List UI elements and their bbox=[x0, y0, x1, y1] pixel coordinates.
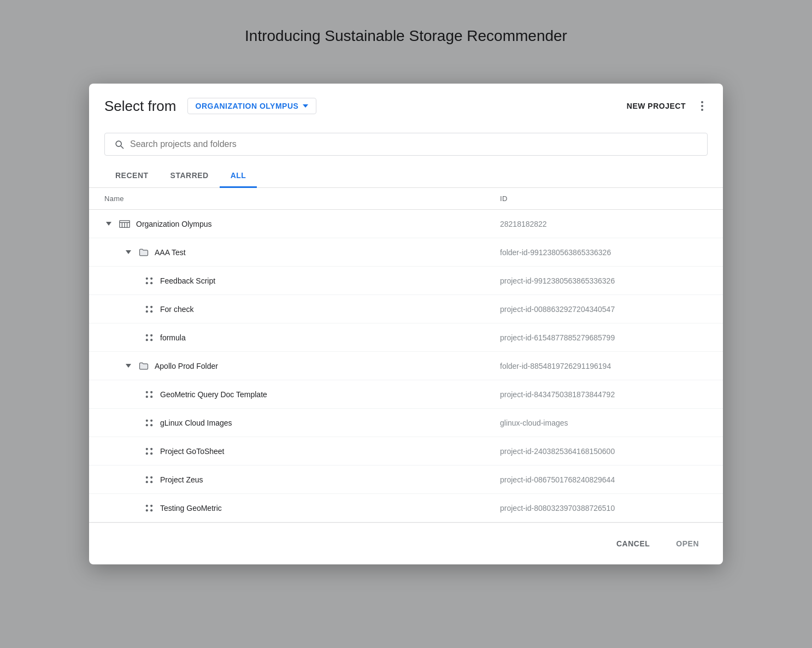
org-dropdown-label: ORGANIZATION OLYMPUS bbox=[196, 102, 299, 110]
column-id-header: ID bbox=[500, 195, 708, 203]
table-row[interactable]: For check project-id-0088632927204340547 bbox=[89, 295, 723, 323]
row-name-label: Testing GeoMetric bbox=[160, 504, 222, 512]
modal-backdrop: Select from ORGANIZATION OLYMPUS NEW PRO… bbox=[0, 0, 812, 648]
row-id-cell: 28218182822 bbox=[500, 220, 708, 228]
expand-icon bbox=[104, 220, 113, 228]
row-id-cell: project-id-2403825364168150600 bbox=[500, 447, 708, 456]
svg-point-11 bbox=[146, 310, 148, 313]
row-name-cell: Apollo Prod Folder bbox=[104, 361, 500, 372]
table-row[interactable]: formula project-id-6154877885279685799 bbox=[89, 323, 723, 352]
search-container bbox=[89, 126, 723, 164]
chevron-down-icon bbox=[303, 104, 308, 108]
project-icon bbox=[144, 446, 155, 457]
row-id-cell: project-id-8434750381873844792 bbox=[500, 390, 708, 399]
column-name-header: Name bbox=[104, 195, 500, 203]
svg-point-18 bbox=[150, 391, 152, 393]
svg-point-14 bbox=[150, 334, 152, 336]
open-button[interactable]: OPEN bbox=[667, 534, 708, 553]
table-row[interactable]: Feedback Script project-id-9912380563865… bbox=[89, 267, 723, 295]
table-row[interactable]: Testing GeoMetric project-id-80803239703… bbox=[89, 494, 723, 522]
new-project-button[interactable]: NEW PROJECT bbox=[620, 97, 692, 115]
svg-point-30 bbox=[150, 476, 152, 478]
table-row[interactable]: Apollo Prod Folder folder-id-88548197262… bbox=[89, 352, 723, 380]
project-icon bbox=[144, 503, 155, 514]
row-name-label: For check bbox=[160, 305, 193, 314]
svg-point-34 bbox=[150, 504, 152, 506]
row-id-cell: glinux-cloud-images bbox=[500, 419, 708, 427]
table-row[interactable]: Organization Olympus 28218182822 bbox=[89, 210, 723, 238]
svg-point-6 bbox=[150, 277, 152, 279]
svg-point-15 bbox=[146, 339, 148, 341]
svg-point-29 bbox=[146, 476, 148, 478]
row-id-cell: project-id-6154877885279685799 bbox=[500, 333, 708, 342]
org-dropdown[interactable]: ORGANIZATION OLYMPUS bbox=[187, 98, 317, 114]
svg-point-8 bbox=[150, 282, 152, 284]
row-name-label: GeoMetric Query Doc Template bbox=[160, 390, 267, 399]
dialog-header: Select from ORGANIZATION OLYMPUS NEW PRO… bbox=[89, 84, 723, 126]
row-name-label: formula bbox=[160, 333, 186, 342]
svg-point-7 bbox=[146, 282, 148, 284]
row-id-cell: project-id-9912380563865336326 bbox=[500, 276, 708, 285]
table-row[interactable]: GeoMetric Query Doc Template project-id-… bbox=[89, 380, 723, 409]
dialog-footer: CANCEL OPEN bbox=[89, 522, 723, 564]
svg-point-9 bbox=[146, 305, 148, 308]
tab-starred[interactable]: STARRED bbox=[160, 164, 220, 188]
project-icon bbox=[144, 474, 155, 485]
row-name-cell: Project GoToSheet bbox=[104, 446, 500, 457]
project-icon bbox=[144, 417, 155, 428]
row-name-cell: Feedback Script bbox=[104, 275, 500, 286]
svg-point-25 bbox=[146, 447, 148, 450]
search-icon bbox=[114, 139, 125, 150]
row-name-cell: gLinux Cloud Images bbox=[104, 417, 500, 428]
expand-icon bbox=[124, 248, 133, 257]
svg-point-20 bbox=[150, 396, 152, 398]
row-id-cell: project-id-0088632927204340547 bbox=[500, 305, 708, 314]
svg-point-26 bbox=[150, 447, 152, 450]
tab-all[interactable]: ALL bbox=[220, 164, 257, 188]
row-name-label: Feedback Script bbox=[160, 276, 215, 285]
row-id-cell: folder-id-9912380563865336326 bbox=[500, 248, 708, 257]
row-name-cell: formula bbox=[104, 332, 500, 343]
table-row[interactable]: Project Zeus project-id-0867501768240829… bbox=[89, 466, 723, 494]
row-name-label: Project GoToSheet bbox=[160, 447, 225, 456]
svg-point-13 bbox=[146, 334, 148, 336]
svg-point-24 bbox=[150, 424, 152, 426]
row-name-cell: GeoMetric Query Doc Template bbox=[104, 389, 500, 400]
projects-table: Name ID Organization Olympus bbox=[89, 188, 723, 522]
svg-point-36 bbox=[150, 509, 152, 511]
row-name-cell: AAA Test bbox=[104, 247, 500, 258]
row-name-label: Apollo Prod Folder bbox=[155, 362, 218, 370]
svg-point-28 bbox=[150, 452, 152, 455]
cancel-button[interactable]: CANCEL bbox=[608, 534, 658, 553]
project-icon bbox=[144, 304, 155, 315]
svg-point-35 bbox=[146, 509, 148, 511]
svg-point-32 bbox=[150, 481, 152, 483]
row-name-cell: Project Zeus bbox=[104, 474, 500, 485]
svg-point-10 bbox=[150, 305, 152, 308]
select-from-label: Select from bbox=[104, 98, 176, 115]
row-id-cell: project-id-8080323970388726510 bbox=[500, 504, 708, 512]
tab-recent[interactable]: RECENT bbox=[104, 164, 160, 188]
table-header-row: Name ID bbox=[89, 188, 723, 210]
select-project-dialog: Select from ORGANIZATION OLYMPUS NEW PRO… bbox=[89, 84, 723, 564]
svg-point-21 bbox=[146, 419, 148, 421]
tabs-bar: RECENT STARRED ALL bbox=[89, 164, 723, 188]
svg-point-33 bbox=[146, 504, 148, 506]
table-row[interactable]: Project GoToSheet project-id-24038253641… bbox=[89, 437, 723, 466]
organization-icon bbox=[119, 218, 131, 230]
search-box bbox=[104, 133, 708, 156]
svg-point-23 bbox=[146, 424, 148, 426]
folder-icon bbox=[138, 361, 149, 372]
project-icon bbox=[144, 275, 155, 286]
row-id-cell: folder-id-8854819726291196194 bbox=[500, 362, 708, 370]
search-input[interactable] bbox=[130, 139, 698, 149]
row-name-label: Project Zeus bbox=[160, 475, 203, 484]
more-options-icon[interactable] bbox=[697, 97, 708, 115]
row-name-label: gLinux Cloud Images bbox=[160, 419, 232, 427]
row-name-cell: For check bbox=[104, 304, 500, 315]
table-row[interactable]: gLinux Cloud Images glinux-cloud-images bbox=[89, 409, 723, 437]
table-row[interactable]: AAA Test folder-id-9912380563865336326 bbox=[89, 238, 723, 267]
svg-point-17 bbox=[146, 391, 148, 393]
row-name-label: AAA Test bbox=[155, 248, 186, 257]
row-name-cell: Testing GeoMetric bbox=[104, 503, 500, 514]
